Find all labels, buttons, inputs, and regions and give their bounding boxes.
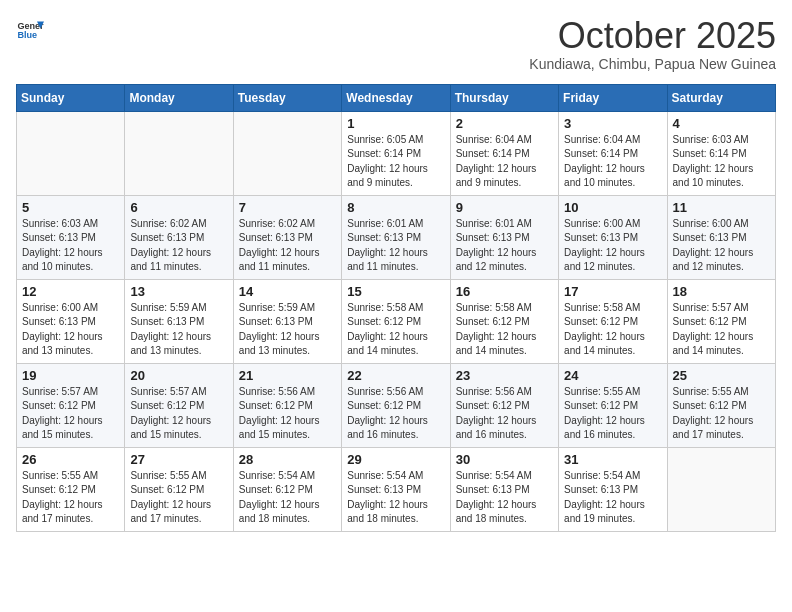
- weekday-header-thursday: Thursday: [450, 84, 558, 111]
- day-number: 17: [564, 284, 661, 299]
- weekday-header-friday: Friday: [559, 84, 667, 111]
- day-number: 29: [347, 452, 444, 467]
- week-row-2: 5Sunrise: 6:03 AM Sunset: 6:13 PM Daylig…: [17, 195, 776, 279]
- calendar-cell: 24Sunrise: 5:55 AM Sunset: 6:12 PM Dayli…: [559, 363, 667, 447]
- day-info: Sunrise: 6:05 AM Sunset: 6:14 PM Dayligh…: [347, 133, 444, 191]
- day-info: Sunrise: 5:56 AM Sunset: 6:12 PM Dayligh…: [456, 385, 553, 443]
- calendar-cell: 18Sunrise: 5:57 AM Sunset: 6:12 PM Dayli…: [667, 279, 775, 363]
- calendar-cell: 9Sunrise: 6:01 AM Sunset: 6:13 PM Daylig…: [450, 195, 558, 279]
- calendar-cell: 19Sunrise: 5:57 AM Sunset: 6:12 PM Dayli…: [17, 363, 125, 447]
- day-info: Sunrise: 5:54 AM Sunset: 6:13 PM Dayligh…: [347, 469, 444, 527]
- day-number: 23: [456, 368, 553, 383]
- weekday-header-tuesday: Tuesday: [233, 84, 341, 111]
- day-info: Sunrise: 5:55 AM Sunset: 6:12 PM Dayligh…: [564, 385, 661, 443]
- title-block: October 2025 Kundiawa, Chimbu, Papua New…: [529, 16, 776, 72]
- calendar-cell: 21Sunrise: 5:56 AM Sunset: 6:12 PM Dayli…: [233, 363, 341, 447]
- calendar-cell: 17Sunrise: 5:58 AM Sunset: 6:12 PM Dayli…: [559, 279, 667, 363]
- month-title: October 2025: [529, 16, 776, 56]
- day-info: Sunrise: 6:03 AM Sunset: 6:13 PM Dayligh…: [22, 217, 119, 275]
- day-number: 4: [673, 116, 770, 131]
- logo: General Blue: [16, 16, 44, 44]
- day-number: 30: [456, 452, 553, 467]
- day-info: Sunrise: 5:54 AM Sunset: 6:13 PM Dayligh…: [456, 469, 553, 527]
- day-info: Sunrise: 6:04 AM Sunset: 6:14 PM Dayligh…: [456, 133, 553, 191]
- week-row-5: 26Sunrise: 5:55 AM Sunset: 6:12 PM Dayli…: [17, 447, 776, 531]
- day-info: Sunrise: 6:02 AM Sunset: 6:13 PM Dayligh…: [239, 217, 336, 275]
- day-number: 13: [130, 284, 227, 299]
- weekday-header-saturday: Saturday: [667, 84, 775, 111]
- calendar-cell: 8Sunrise: 6:01 AM Sunset: 6:13 PM Daylig…: [342, 195, 450, 279]
- day-number: 25: [673, 368, 770, 383]
- location: Kundiawa, Chimbu, Papua New Guinea: [529, 56, 776, 72]
- calendar-cell: 31Sunrise: 5:54 AM Sunset: 6:13 PM Dayli…: [559, 447, 667, 531]
- day-info: Sunrise: 6:04 AM Sunset: 6:14 PM Dayligh…: [564, 133, 661, 191]
- calendar-cell: 12Sunrise: 6:00 AM Sunset: 6:13 PM Dayli…: [17, 279, 125, 363]
- day-info: Sunrise: 5:58 AM Sunset: 6:12 PM Dayligh…: [347, 301, 444, 359]
- day-number: 6: [130, 200, 227, 215]
- calendar-cell: 29Sunrise: 5:54 AM Sunset: 6:13 PM Dayli…: [342, 447, 450, 531]
- page-header: General Blue October 2025 Kundiawa, Chim…: [16, 16, 776, 72]
- day-info: Sunrise: 6:01 AM Sunset: 6:13 PM Dayligh…: [347, 217, 444, 275]
- week-row-3: 12Sunrise: 6:00 AM Sunset: 6:13 PM Dayli…: [17, 279, 776, 363]
- calendar-cell: 1Sunrise: 6:05 AM Sunset: 6:14 PM Daylig…: [342, 111, 450, 195]
- calendar-cell: [17, 111, 125, 195]
- logo-icon: General Blue: [16, 16, 44, 44]
- calendar-cell: 14Sunrise: 5:59 AM Sunset: 6:13 PM Dayli…: [233, 279, 341, 363]
- day-number: 1: [347, 116, 444, 131]
- day-number: 27: [130, 452, 227, 467]
- day-info: Sunrise: 5:58 AM Sunset: 6:12 PM Dayligh…: [456, 301, 553, 359]
- day-number: 11: [673, 200, 770, 215]
- day-info: Sunrise: 5:56 AM Sunset: 6:12 PM Dayligh…: [239, 385, 336, 443]
- calendar-cell: 25Sunrise: 5:55 AM Sunset: 6:12 PM Dayli…: [667, 363, 775, 447]
- day-info: Sunrise: 5:55 AM Sunset: 6:12 PM Dayligh…: [673, 385, 770, 443]
- day-number: 15: [347, 284, 444, 299]
- day-number: 3: [564, 116, 661, 131]
- weekday-header-wednesday: Wednesday: [342, 84, 450, 111]
- day-number: 7: [239, 200, 336, 215]
- calendar-cell: 6Sunrise: 6:02 AM Sunset: 6:13 PM Daylig…: [125, 195, 233, 279]
- weekday-header-row: SundayMondayTuesdayWednesdayThursdayFrid…: [17, 84, 776, 111]
- calendar-cell: 7Sunrise: 6:02 AM Sunset: 6:13 PM Daylig…: [233, 195, 341, 279]
- calendar-cell: 4Sunrise: 6:03 AM Sunset: 6:14 PM Daylig…: [667, 111, 775, 195]
- calendar-cell: 27Sunrise: 5:55 AM Sunset: 6:12 PM Dayli…: [125, 447, 233, 531]
- calendar-cell: 22Sunrise: 5:56 AM Sunset: 6:12 PM Dayli…: [342, 363, 450, 447]
- calendar-cell: 15Sunrise: 5:58 AM Sunset: 6:12 PM Dayli…: [342, 279, 450, 363]
- calendar-cell: 2Sunrise: 6:04 AM Sunset: 6:14 PM Daylig…: [450, 111, 558, 195]
- calendar-cell: 26Sunrise: 5:55 AM Sunset: 6:12 PM Dayli…: [17, 447, 125, 531]
- calendar-cell: 23Sunrise: 5:56 AM Sunset: 6:12 PM Dayli…: [450, 363, 558, 447]
- day-info: Sunrise: 5:57 AM Sunset: 6:12 PM Dayligh…: [673, 301, 770, 359]
- day-number: 18: [673, 284, 770, 299]
- day-info: Sunrise: 5:54 AM Sunset: 6:12 PM Dayligh…: [239, 469, 336, 527]
- day-info: Sunrise: 5:59 AM Sunset: 6:13 PM Dayligh…: [130, 301, 227, 359]
- day-info: Sunrise: 5:55 AM Sunset: 6:12 PM Dayligh…: [22, 469, 119, 527]
- day-number: 21: [239, 368, 336, 383]
- day-info: Sunrise: 6:00 AM Sunset: 6:13 PM Dayligh…: [22, 301, 119, 359]
- calendar-table: SundayMondayTuesdayWednesdayThursdayFrid…: [16, 84, 776, 532]
- day-number: 24: [564, 368, 661, 383]
- day-number: 22: [347, 368, 444, 383]
- weekday-header-sunday: Sunday: [17, 84, 125, 111]
- calendar-cell: 30Sunrise: 5:54 AM Sunset: 6:13 PM Dayli…: [450, 447, 558, 531]
- calendar-cell: [667, 447, 775, 531]
- day-number: 2: [456, 116, 553, 131]
- day-number: 26: [22, 452, 119, 467]
- day-number: 12: [22, 284, 119, 299]
- week-row-1: 1Sunrise: 6:05 AM Sunset: 6:14 PM Daylig…: [17, 111, 776, 195]
- week-row-4: 19Sunrise: 5:57 AM Sunset: 6:12 PM Dayli…: [17, 363, 776, 447]
- day-info: Sunrise: 5:55 AM Sunset: 6:12 PM Dayligh…: [130, 469, 227, 527]
- svg-text:Blue: Blue: [17, 30, 37, 40]
- calendar-cell: [233, 111, 341, 195]
- weekday-header-monday: Monday: [125, 84, 233, 111]
- day-info: Sunrise: 6:03 AM Sunset: 6:14 PM Dayligh…: [673, 133, 770, 191]
- calendar-cell: 3Sunrise: 6:04 AM Sunset: 6:14 PM Daylig…: [559, 111, 667, 195]
- calendar-cell: 13Sunrise: 5:59 AM Sunset: 6:13 PM Dayli…: [125, 279, 233, 363]
- day-info: Sunrise: 5:54 AM Sunset: 6:13 PM Dayligh…: [564, 469, 661, 527]
- day-number: 8: [347, 200, 444, 215]
- day-info: Sunrise: 5:59 AM Sunset: 6:13 PM Dayligh…: [239, 301, 336, 359]
- day-number: 5: [22, 200, 119, 215]
- day-info: Sunrise: 6:00 AM Sunset: 6:13 PM Dayligh…: [673, 217, 770, 275]
- day-number: 10: [564, 200, 661, 215]
- day-info: Sunrise: 5:57 AM Sunset: 6:12 PM Dayligh…: [22, 385, 119, 443]
- calendar-cell: 11Sunrise: 6:00 AM Sunset: 6:13 PM Dayli…: [667, 195, 775, 279]
- day-number: 16: [456, 284, 553, 299]
